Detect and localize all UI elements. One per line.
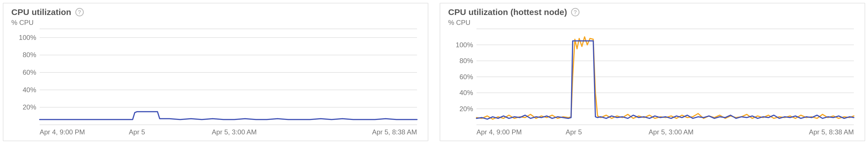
help-icon[interactable]: ? bbox=[571, 8, 580, 16]
svg-text:Apr 4, 9:00 PM: Apr 4, 9:00 PM bbox=[476, 128, 522, 136]
svg-text:40%: 40% bbox=[460, 89, 473, 97]
chart-area: % CPU 20%40%60%80%100%Apr 4, 9:00 PMApr … bbox=[440, 19, 865, 138]
card-header: CPU utilization (hottest node) ? bbox=[440, 7, 865, 19]
card-header: CPU utilization ? bbox=[3, 7, 428, 19]
cpu-util-card: CPU utilization ? % CPU 20%40%60%80%100%… bbox=[3, 3, 428, 141]
svg-text:40%: 40% bbox=[23, 86, 36, 94]
svg-text:20%: 20% bbox=[23, 103, 36, 111]
svg-text:Apr 4, 9:00 PM: Apr 4, 9:00 PM bbox=[40, 128, 85, 136]
cpu-hot-plot[interactable]: 20%40%60%80%100%Apr 4, 9:00 PMApr 5Apr 5… bbox=[448, 28, 857, 137]
card-title: CPU utilization bbox=[11, 7, 71, 17]
chart-area: % CPU 20%40%60%80%100%Apr 4, 9:00 PMApr … bbox=[3, 19, 428, 138]
svg-text:100%: 100% bbox=[456, 41, 473, 49]
card-title: CPU utilization (hottest node) bbox=[448, 7, 567, 17]
cpu-hot-card: CPU utilization (hottest node) ? % CPU 2… bbox=[440, 3, 865, 141]
svg-text:Apr 5, 8:38 AM: Apr 5, 8:38 AM bbox=[809, 128, 854, 136]
svg-text:Apr 5, 3:00 AM: Apr 5, 3:00 AM bbox=[212, 128, 257, 136]
svg-text:Apr 5, 8:38 AM: Apr 5, 8:38 AM bbox=[372, 128, 417, 136]
cpu-util-plot[interactable]: 20%40%60%80%100%Apr 4, 9:00 PMApr 5Apr 5… bbox=[11, 28, 420, 137]
svg-text:80%: 80% bbox=[23, 51, 36, 59]
svg-text:80%: 80% bbox=[460, 57, 473, 65]
svg-text:60%: 60% bbox=[23, 68, 36, 76]
svg-text:Apr 5, 3:00 AM: Apr 5, 3:00 AM bbox=[649, 128, 693, 136]
y-axis-title: % CPU bbox=[11, 19, 420, 28]
svg-text:Apr 5: Apr 5 bbox=[566, 128, 582, 136]
y-axis-title: % CPU bbox=[448, 19, 857, 28]
help-icon[interactable]: ? bbox=[75, 8, 84, 16]
svg-text:60%: 60% bbox=[460, 73, 473, 81]
svg-text:Apr 5: Apr 5 bbox=[129, 128, 145, 136]
svg-text:20%: 20% bbox=[460, 105, 473, 113]
charts-row: CPU utilization ? % CPU 20%40%60%80%100%… bbox=[0, 0, 868, 144]
svg-text:100%: 100% bbox=[19, 34, 36, 41]
